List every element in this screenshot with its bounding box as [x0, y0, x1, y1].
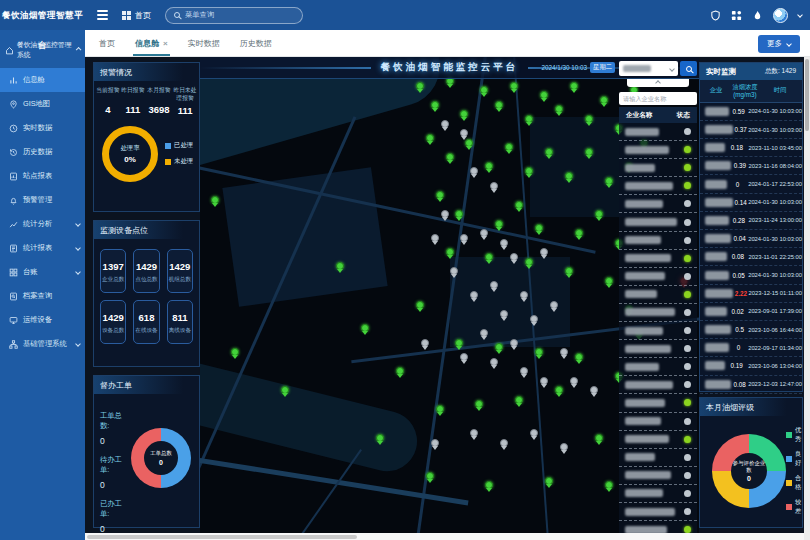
map-pin[interactable] — [575, 353, 583, 361]
map-pin[interactable] — [545, 477, 553, 485]
horizontal-scrollbar[interactable] — [85, 533, 804, 540]
map-pin[interactable] — [416, 301, 424, 309]
map-pin[interactable] — [495, 101, 503, 109]
more-button[interactable]: 更多 — [758, 35, 800, 53]
map-pin[interactable] — [460, 234, 468, 242]
realtime-row[interactable]: 0.18 2023-11-10 03:45:00 — [700, 139, 802, 157]
map-pin[interactable] — [560, 348, 568, 356]
map-pin[interactable] — [361, 324, 369, 332]
close-icon[interactable]: × — [163, 39, 168, 48]
map-pin[interactable] — [535, 348, 543, 356]
sidebar-item[interactable]: 统计分析 — [0, 212, 85, 236]
company-row[interactable] — [619, 141, 697, 159]
realtime-row[interactable]: 0.19 2023-10-06 13:04:00 — [700, 357, 802, 375]
map-pin[interactable] — [485, 253, 493, 261]
map-pin[interactable] — [520, 291, 528, 299]
map-pin[interactable] — [500, 310, 508, 318]
company-row[interactable] — [619, 123, 697, 141]
map-pin[interactable] — [525, 115, 533, 123]
tab[interactable]: 实时数据 × — [188, 30, 220, 56]
map-pin[interactable] — [590, 386, 598, 394]
realtime-row[interactable]: 0 2022-09-17 01:34:00 — [700, 339, 802, 357]
map-pin[interactable] — [515, 201, 523, 209]
map-pin[interactable] — [480, 86, 488, 94]
company-row[interactable] — [619, 340, 697, 358]
map-pin[interactable] — [575, 229, 583, 237]
map-pin[interactable] — [421, 339, 429, 347]
map-pin[interactable] — [555, 386, 563, 394]
map-pin[interactable] — [475, 400, 483, 408]
map-pin[interactable] — [426, 134, 434, 142]
company-row[interactable] — [619, 358, 697, 376]
map-pin[interactable] — [520, 367, 528, 375]
map-pin[interactable] — [460, 353, 468, 361]
company-row[interactable] — [619, 413, 697, 431]
map-pin[interactable] — [490, 281, 498, 289]
shield-icon[interactable] — [710, 10, 721, 21]
map-pin[interactable] — [470, 167, 478, 175]
map-pin[interactable] — [436, 191, 444, 199]
map-pin[interactable] — [396, 367, 404, 375]
map-pin[interactable] — [426, 472, 434, 480]
scrollbar-thumb[interactable] — [87, 535, 357, 539]
map[interactable]: 餐饮油烟智能监控云平台 2024/1/30 10:03 星期二 — [200, 57, 699, 533]
realtime-row[interactable]: 0 2024-01-17 22:53:00 — [700, 175, 802, 193]
sidebar-item[interactable]: 站点报表 — [0, 164, 85, 188]
map-pin[interactable] — [545, 148, 553, 156]
map-pin[interactable] — [490, 358, 498, 366]
map-pin[interactable] — [455, 339, 463, 347]
menu-icon[interactable] — [97, 8, 108, 22]
sidebar-item[interactable]: 预警管理 — [0, 188, 85, 212]
map-pin[interactable] — [540, 377, 548, 385]
map-pin[interactable] — [446, 153, 454, 161]
realtime-row[interactable]: 0.39 2023-11-16 08:04:00 — [700, 157, 802, 175]
map-pin[interactable] — [595, 210, 603, 218]
map-pin[interactable] — [600, 96, 608, 104]
flame-icon[interactable] — [752, 10, 763, 21]
avatar[interactable] — [773, 8, 788, 23]
tab[interactable]: 历史数据 × — [240, 30, 272, 56]
company-row[interactable] — [619, 268, 697, 286]
topbar-home[interactable]: 首页 — [122, 10, 151, 21]
realtime-row[interactable]: 0.59 2024-01-30 10:03:00 — [700, 103, 802, 121]
realtime-row[interactable]: 0.08 2023-12-03 12:47:00 — [700, 376, 802, 394]
realtime-row[interactable]: 0.14 2024-01-30 10:03:00 — [700, 194, 802, 212]
sidebar-item[interactable]: GIS地图 — [0, 92, 85, 116]
map-pin[interactable] — [530, 429, 538, 437]
map-pin[interactable] — [555, 105, 563, 113]
map-pin[interactable] — [570, 82, 578, 90]
collapse-handle[interactable] — [627, 79, 689, 87]
sidebar-item[interactable]: 基础管理系统 — [0, 332, 85, 356]
map-pin[interactable] — [480, 329, 488, 337]
map-pin[interactable] — [500, 439, 508, 447]
sidebar-item[interactable]: 统计报表 — [0, 236, 85, 260]
map-pin[interactable] — [550, 301, 558, 309]
map-pin[interactable] — [510, 253, 518, 261]
map-pin[interactable] — [495, 220, 503, 228]
company-row[interactable] — [619, 213, 697, 231]
map-pin[interactable] — [605, 277, 613, 285]
map-pin[interactable] — [510, 339, 518, 347]
map-pin[interactable] — [605, 177, 613, 185]
map-pin[interactable] — [441, 210, 449, 218]
map-pin[interactable] — [431, 234, 439, 242]
map-pin[interactable] — [416, 82, 424, 90]
company-row[interactable] — [619, 232, 697, 250]
company-row[interactable] — [619, 286, 697, 304]
map-pin[interactable] — [530, 315, 538, 323]
map-pin[interactable] — [446, 248, 454, 256]
company-row[interactable] — [619, 177, 697, 195]
realtime-row[interactable]: 0.05 2024-01-30 10:03:00 — [700, 266, 802, 284]
realtime-row[interactable]: 2.22 2023-12-15 01:11:00 — [700, 285, 802, 303]
map-pin[interactable] — [570, 377, 578, 385]
realtime-row[interactable]: 0.04 2024-01-30 10:03:00 — [700, 230, 802, 248]
realtime-row[interactable]: 0.37 2024-01-30 10:03:00 — [700, 121, 802, 139]
sidebar-item[interactable]: 运维设备 — [0, 308, 85, 332]
map-pin[interactable] — [470, 429, 478, 437]
company-row[interactable] — [619, 159, 697, 177]
map-pin[interactable] — [560, 443, 568, 451]
map-pin[interactable] — [436, 405, 444, 413]
map-pin[interactable] — [455, 210, 463, 218]
sidebar-item[interactable]: 历史数据 — [0, 140, 85, 164]
map-pin[interactable] — [441, 120, 449, 128]
